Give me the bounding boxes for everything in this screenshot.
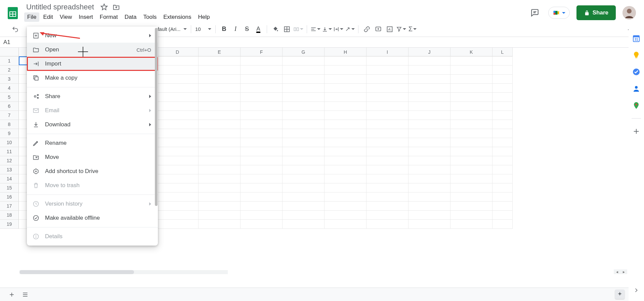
cell[interactable] (409, 129, 450, 138)
meet-button[interactable] (548, 7, 570, 19)
row-header[interactable]: 2 (0, 66, 19, 75)
col-header-e[interactable]: E (199, 48, 241, 56)
cell[interactable] (492, 183, 513, 192)
cell[interactable] (157, 202, 199, 211)
cell[interactable] (409, 211, 450, 220)
cell[interactable] (492, 66, 513, 75)
cell[interactable] (367, 138, 409, 147)
explore-button[interactable] (615, 290, 625, 299)
cell[interactable] (492, 84, 513, 93)
cell[interactable] (283, 156, 325, 165)
cell[interactable] (409, 102, 450, 111)
cell[interactable] (157, 111, 199, 120)
cell[interactable] (283, 183, 325, 192)
cell[interactable] (450, 111, 492, 120)
cell[interactable] (325, 102, 367, 111)
text-color-icon[interactable]: A (253, 24, 263, 34)
cell[interactable] (450, 211, 492, 220)
cell[interactable] (367, 183, 409, 192)
cell[interactable] (199, 165, 241, 174)
cell[interactable] (367, 165, 409, 174)
cell[interactable] (157, 138, 199, 147)
calendar-icon[interactable]: 31 (632, 34, 640, 42)
cell[interactable] (241, 147, 283, 156)
cell[interactable] (492, 211, 513, 220)
menu-available-offline[interactable]: Make available offline (27, 211, 158, 225)
cell[interactable] (199, 174, 241, 183)
text-wrap-icon[interactable] (333, 24, 343, 34)
cell[interactable] (409, 120, 450, 129)
functions-icon[interactable]: Σ (407, 24, 418, 34)
cell[interactable] (492, 120, 513, 129)
cell[interactable] (241, 75, 283, 84)
row-header[interactable]: 19 (0, 220, 19, 229)
cell[interactable] (325, 84, 367, 93)
menu-rename[interactable]: Rename (27, 136, 158, 150)
cell[interactable] (157, 93, 199, 102)
cell[interactable] (325, 220, 367, 229)
row-header[interactable]: 16 (0, 192, 19, 202)
insert-comment-icon[interactable] (373, 24, 383, 34)
cell[interactable] (450, 84, 492, 93)
maps-icon[interactable] (632, 101, 640, 110)
row-header[interactable]: 4 (0, 84, 19, 93)
menubar-data[interactable]: Data (122, 12, 140, 22)
cell[interactable] (492, 102, 513, 111)
cell[interactable] (157, 192, 199, 202)
cell[interactable] (450, 202, 492, 211)
cell[interactable] (199, 84, 241, 93)
row-header[interactable]: 1 (0, 56, 19, 66)
cell[interactable] (157, 183, 199, 192)
cell[interactable] (409, 174, 450, 183)
cell[interactable] (283, 220, 325, 229)
cell[interactable] (325, 93, 367, 102)
cell[interactable] (199, 102, 241, 111)
cell[interactable] (241, 202, 283, 211)
cell[interactable] (492, 156, 513, 165)
cell[interactable] (157, 129, 199, 138)
cell[interactable] (450, 75, 492, 84)
cell[interactable] (241, 66, 283, 75)
cell[interactable] (157, 211, 199, 220)
cell[interactable] (492, 93, 513, 102)
cell[interactable] (157, 156, 199, 165)
cell[interactable] (199, 183, 241, 192)
cell[interactable] (199, 56, 241, 66)
cell[interactable] (367, 174, 409, 183)
menubar-file[interactable]: File (24, 12, 39, 22)
move-to-drive-icon[interactable] (112, 3, 120, 11)
cell[interactable] (157, 174, 199, 183)
cell[interactable] (409, 156, 450, 165)
cell[interactable] (325, 174, 367, 183)
cell[interactable] (283, 211, 325, 220)
cell[interactable] (492, 192, 513, 202)
cell[interactable] (450, 183, 492, 192)
cell[interactable] (157, 102, 199, 111)
cell[interactable] (157, 147, 199, 156)
cell[interactable] (450, 66, 492, 75)
cell[interactable] (325, 111, 367, 120)
cell[interactable] (325, 192, 367, 202)
cell[interactable] (325, 211, 367, 220)
cell[interactable] (325, 129, 367, 138)
cell[interactable] (367, 111, 409, 120)
cell[interactable] (492, 174, 513, 183)
cell[interactable] (199, 111, 241, 120)
cell[interactable] (283, 111, 325, 120)
cell[interactable] (367, 93, 409, 102)
cell[interactable] (283, 56, 325, 66)
menu-open[interactable]: Open Ctrl+O (27, 43, 158, 57)
cell[interactable] (492, 165, 513, 174)
menu-move[interactable]: Move (27, 150, 158, 164)
cell[interactable] (325, 165, 367, 174)
cell[interactable] (409, 111, 450, 120)
cell[interactable] (283, 202, 325, 211)
cell[interactable] (325, 156, 367, 165)
undo-icon[interactable] (10, 24, 20, 34)
cell[interactable] (492, 147, 513, 156)
cell[interactable] (283, 147, 325, 156)
cell[interactable] (367, 202, 409, 211)
col-header-j[interactable]: J (409, 48, 450, 56)
horizontal-scrollbar[interactable] (19, 270, 228, 274)
sheets-logo-wrap[interactable] (4, 4, 22, 22)
